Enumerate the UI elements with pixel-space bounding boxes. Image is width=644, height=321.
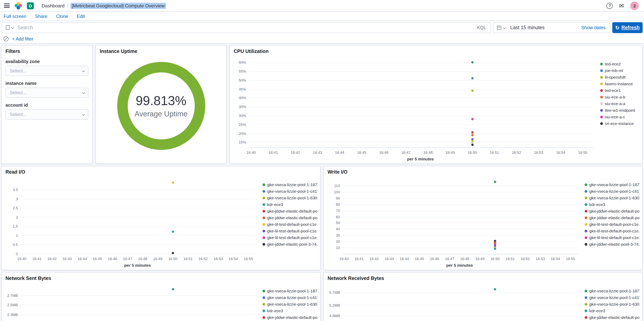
- legend-label: gke-jddwr-elastic-default-po...: [589, 209, 640, 214]
- legend-swatch-icon: [262, 183, 265, 186]
- legend-item[interactable]: ted-ece2: [600, 62, 640, 66]
- legend-swatch-icon: [262, 296, 265, 299]
- show-dates-button[interactable]: Show dates: [581, 25, 610, 30]
- legend-item[interactable]: gke-vseca-lizzie-pool-1-630...: [262, 302, 318, 306]
- legend-item[interactable]: siu-ece-a-a: [600, 102, 640, 106]
- menu-icon[interactable]: [4, 4, 10, 8]
- legend-item[interactable]: ted-ece1: [600, 88, 640, 92]
- legend-item[interactable]: gke-vseca-lizzie-pool-1-1877...: [584, 289, 640, 293]
- field-label: instance name: [6, 81, 88, 86]
- legend-item[interactable]: gke-vseca-lizzie-pool-1-1877...: [262, 182, 318, 187]
- legend-item[interactable]: sri-ece-instance: [600, 122, 640, 126]
- legend-item[interactable]: gke-jddwr-elastic-default-po...: [584, 216, 640, 220]
- legend-item[interactable]: kdr-ece3: [262, 202, 318, 206]
- legend-item[interactable]: gke-lil-test-default-pool-c1e...: [262, 236, 318, 240]
- legend-label: gke-jddwr-elastic-pool-3-74...: [589, 242, 640, 247]
- legend-item[interactable]: gke-lil-test-default-pool-c1e...: [262, 229, 318, 233]
- legend-item[interactable]: gke-vseca-lizzie-pool-1-c417...: [584, 296, 640, 300]
- legend-swatch-icon: [600, 122, 603, 125]
- legend-item[interactable]: favero-instance: [600, 82, 640, 86]
- share-button[interactable]: Share: [35, 14, 47, 19]
- legend-swatch-icon: [262, 210, 265, 212]
- y-axis-tick-label: 110: [324, 184, 340, 188]
- elastic-logo[interactable]: [14, 2, 22, 10]
- y-axis-tick-label: 5.2MB: [324, 303, 340, 308]
- legend-label: gke-lil-test-default-pool-c1e...: [267, 229, 318, 234]
- legend-item[interactable]: gke-vseca-lizzie-pool-1-c417...: [262, 189, 318, 193]
- x-axis-tick-label: 16:46: [379, 150, 388, 154]
- avatar[interactable]: 2: [630, 1, 639, 10]
- legend-item[interactable]: gke-vseca-lizzie-pool-1-c417...: [262, 296, 318, 300]
- full-screen-button[interactable]: Full screen: [4, 14, 26, 19]
- x-axis-tick-label: 16:52: [512, 150, 521, 154]
- legend-swatch-icon: [262, 316, 265, 319]
- data-point: [471, 134, 474, 136]
- legend-item[interactable]: gke-jddwr-elastic-default-po...: [584, 315, 640, 320]
- plot[interactable]: 15%20%25%30%35%40%45%50%55%60%: [248, 59, 593, 148]
- data-point: [494, 248, 496, 250]
- plot[interactable]: 1.5MB1.7MB1.9MB2.1MB2.3MB2.5MB2.7MB: [20, 286, 256, 321]
- search-input[interactable]: Search KQL: [2, 22, 491, 33]
- legend-item[interactable]: siu-ece-a-b: [600, 95, 640, 99]
- panel-read-io: Read I/O 00.511.522.533.5 16:4016:4116:4…: [1, 166, 320, 270]
- legend-item[interactable]: gke-vseca-lizzie-pool-1-630...: [262, 196, 318, 200]
- legend-item[interactable]: kdr-ece3: [584, 309, 640, 313]
- legend-item[interactable]: gke-jddwr-elastic-default-po...: [262, 315, 318, 320]
- legend-item[interactable]: gke-lil-test-default-pool-c1e...: [584, 222, 640, 226]
- legend-label: gke-vseca-lizzie-pool-1-1877...: [267, 289, 318, 293]
- legend-item[interactable]: gke-vseca-lizzie-pool-1-c417...: [584, 189, 640, 193]
- legend-swatch-icon: [584, 190, 587, 193]
- availability-zone-select[interactable]: Select...: [6, 66, 88, 76]
- legend-item[interactable]: gke-lil-test-default-pool-c1e...: [262, 222, 318, 226]
- legend-item[interactable]: gke-vseca-lizzie-pool-1-630...: [584, 302, 640, 306]
- gridline: [248, 89, 593, 89]
- add-filter-button[interactable]: + Add filter: [12, 36, 33, 41]
- edit-button[interactable]: Edit: [77, 14, 85, 19]
- page-title[interactable]: [Metricbeat Googlecloud] Compute Overvie…: [70, 2, 166, 9]
- top-header: D Dashboard / [Metricbeat Googlecloud] C…: [0, 0, 644, 12]
- help-icon[interactable]: ?: [606, 2, 613, 9]
- time-range-picker[interactable]: Last 15 minutes Show dates: [493, 22, 610, 33]
- mail-icon[interactable]: ✉: [619, 3, 624, 8]
- legend-item[interactable]: gke-lil-test-default-pool-c1e...: [584, 236, 640, 240]
- chart-legend: gke-vseca-lizzie-pool-1-1877...gke-vseca…: [258, 283, 318, 321]
- space-badge[interactable]: D: [27, 2, 34, 9]
- legend-item[interactable]: gke-jddwr-elastic-default-po...: [262, 216, 318, 220]
- time-range-value[interactable]: Last 15 minutes: [509, 25, 581, 30]
- legend-item[interactable]: gke-vseca-lizzie-pool-1-630...: [584, 196, 640, 200]
- plot[interactable]: 00.511.522.533.5: [20, 180, 256, 254]
- x-axis-tick-label: 16:46: [430, 256, 439, 261]
- legend-item[interactable]: joe-mb-ml: [600, 68, 640, 72]
- instance-name-select[interactable]: Select...: [6, 88, 88, 98]
- legend-item[interactable]: kdr-ece3: [262, 309, 318, 313]
- legend-item[interactable]: lil-openshift: [600, 75, 640, 79]
- saved-query-menu-button[interactable]: [2, 22, 17, 33]
- breadcrumb-root[interactable]: Dashboard: [42, 3, 64, 8]
- y-axis-tick-label: 80: [324, 202, 340, 206]
- x-axis-tick-label: 16:47: [123, 256, 132, 261]
- filter-options-icon[interactable]: [4, 36, 8, 41]
- clone-button[interactable]: Clone: [56, 14, 68, 19]
- legend-item[interactable]: gke-jddwr-elastic-default-po...: [262, 209, 318, 213]
- plot[interactable]: 3.3MB3.8MB4.3MB4.8MB5.2MB5.7MB: [342, 286, 578, 321]
- legend-item[interactable]: gke-jddwr-elastic-pool-3-74...: [584, 242, 640, 246]
- legend-item[interactable]: gke-vseca-lizzie-pool-1-1877...: [584, 182, 640, 187]
- legend-label: gke-vseca-lizzie-pool-1-c417...: [267, 295, 318, 300]
- plot[interactable]: 102030405060708090100110: [342, 180, 578, 254]
- calendar-menu-button[interactable]: [494, 22, 509, 33]
- gridline: [20, 226, 256, 227]
- account-id-select[interactable]: Select...: [6, 110, 88, 120]
- legend-swatch-icon: [600, 69, 603, 72]
- legend-item[interactable]: gke-lil-test-default-pool-c1e...: [584, 229, 640, 233]
- y-axis-tick-label: 2.7MB: [2, 293, 18, 298]
- kql-toggle[interactable]: KQL: [473, 25, 490, 30]
- y-axis-tick-label: 50%: [230, 78, 246, 82]
- legend-item[interactable]: kdr-ece3: [584, 202, 640, 206]
- legend-item[interactable]: siu-ece-a-c: [600, 115, 640, 119]
- legend-item[interactable]: gke-jddwr-elastic-default-po...: [584, 209, 640, 213]
- refresh-button[interactable]: ↻ Refresh: [612, 22, 643, 33]
- legend-item[interactable]: tlee-w1-endpoint: [600, 108, 640, 112]
- panel-write-io: Write I/O 102030405060708090100110 16:40…: [323, 166, 643, 270]
- legend-item[interactable]: gke-vseca-lizzie-pool-1-1877...: [262, 289, 318, 293]
- legend-item[interactable]: gke-jddwr-elastic-pool-3-74...: [262, 242, 318, 246]
